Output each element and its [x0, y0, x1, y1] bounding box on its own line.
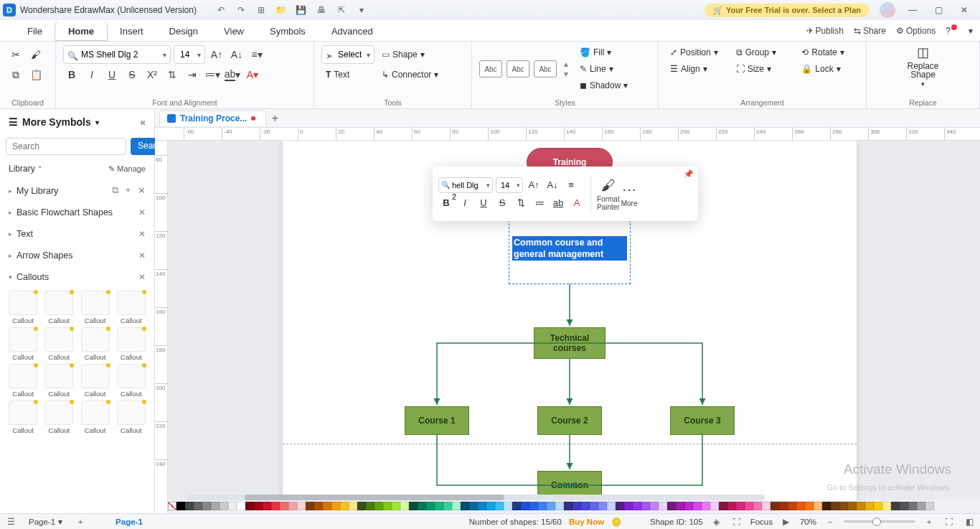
manage-library-button[interactable]: ✎ Manage: [108, 164, 146, 174]
color-swatch[interactable]: [461, 502, 469, 510]
shape-callout-13[interactable]: Callout: [42, 401, 76, 434]
page-selector[interactable]: Page-1 ▾: [24, 515, 67, 528]
shape-callout-3[interactable]: Callout: [114, 291, 149, 324]
color-swatch[interactable]: [237, 502, 245, 510]
color-swatch[interactable]: [796, 502, 805, 510]
style-gallery[interactable]: Abc Abc Abc: [479, 60, 557, 78]
panels-icon[interactable]: ◧: [963, 515, 976, 528]
zoom-in-icon[interactable]: +: [923, 515, 936, 528]
lib-basic-flowchart[interactable]: ▸Basic Flowchart Shapes✕: [0, 202, 154, 223]
close-icon[interactable]: ✕: [138, 185, 146, 196]
lib-text[interactable]: ▸Text✕: [0, 223, 154, 245]
color-swatch[interactable]: [495, 502, 504, 510]
color-swatch[interactable]: [512, 502, 521, 510]
color-swatch[interactable]: [409, 502, 418, 510]
format-painter-icon[interactable]: 🖌: [27, 46, 44, 63]
shape-callout-10[interactable]: Callout: [78, 364, 113, 398]
color-swatch[interactable]: [564, 502, 573, 510]
present-icon[interactable]: ▶: [780, 515, 793, 528]
undo-button[interactable]: ↶: [211, 1, 231, 19]
color-swatch[interactable]: [435, 502, 443, 510]
color-swatch[interactable]: [882, 502, 891, 510]
shape-callout-15[interactable]: Callout: [114, 401, 149, 434]
superscript-icon[interactable]: X²: [143, 66, 161, 83]
size-button[interactable]: ⛶ Size▾: [732, 61, 793, 77]
position-button[interactable]: ⤢ Position▾: [666, 45, 727, 60]
color-swatch[interactable]: [684, 502, 693, 510]
paste-icon[interactable]: 📋: [27, 66, 44, 83]
color-swatch[interactable]: [185, 502, 194, 510]
color-swatch[interactable]: [245, 502, 254, 510]
color-swatch[interactable]: [211, 502, 220, 510]
color-swatch[interactable]: [486, 502, 495, 510]
search-input[interactable]: [6, 138, 126, 155]
buy-now-link[interactable]: Buy Now: [569, 518, 604, 526]
color-swatch[interactable]: [857, 502, 865, 510]
close-icon[interactable]: ✕: [138, 251, 146, 261]
color-swatch[interactable]: [624, 502, 633, 510]
redo-button[interactable]: ↷: [231, 1, 251, 19]
fill-button[interactable]: 🪣 Fill ▾: [575, 45, 632, 60]
page-tab[interactable]: Page-1: [116, 518, 143, 526]
tab-advanced[interactable]: Advanced: [319, 22, 386, 41]
color-swatch[interactable]: [865, 502, 874, 510]
color-swatch[interactable]: [925, 502, 934, 510]
tab-view[interactable]: View: [211, 22, 257, 41]
color-swatch[interactable]: [736, 502, 745, 510]
color-swatch[interactable]: [607, 502, 616, 510]
lock-button[interactable]: 🔒 Lock▾: [797, 61, 859, 77]
ctx-italic-icon[interactable]: I: [457, 195, 473, 211]
minimize-button[interactable]: —: [900, 0, 925, 20]
ctx-increase-font-icon[interactable]: A↑: [526, 177, 542, 193]
add-icon[interactable]: +: [126, 185, 131, 196]
color-swatch[interactable]: [357, 502, 366, 510]
color-swatch[interactable]: [340, 502, 349, 510]
underline-icon[interactable]: U: [103, 66, 121, 83]
fit-page-icon[interactable]: ⛶: [943, 515, 956, 528]
color-swatch[interactable]: [900, 502, 908, 510]
color-swatch[interactable]: [426, 502, 435, 510]
new-button[interactable]: ⊞: [251, 1, 271, 19]
color-swatch[interactable]: [633, 502, 641, 510]
style-swatch[interactable]: Abc: [479, 60, 502, 78]
doc-tab-training[interactable]: Training Proce...: [159, 111, 266, 126]
trial-banner[interactable]: 🛒 Your Free Trial is over. Select a Plan: [705, 4, 870, 17]
color-swatch[interactable]: [676, 502, 684, 510]
tab-symbols[interactable]: Symbols: [257, 22, 319, 41]
shape-tool[interactable]: ▭ Shape ▾: [377, 47, 429, 62]
color-swatch[interactable]: [323, 502, 331, 510]
color-swatch[interactable]: [469, 502, 478, 510]
color-swatch[interactable]: [478, 502, 486, 510]
color-swatch[interactable]: [917, 502, 925, 510]
style-swatch[interactable]: Abc: [507, 60, 529, 78]
color-swatch[interactable]: [727, 502, 736, 510]
color-swatch[interactable]: [176, 502, 185, 510]
ctx-highlight-icon[interactable]: ab: [550, 195, 566, 211]
zoom-out-icon[interactable]: −: [824, 515, 837, 528]
color-swatch[interactable]: [271, 502, 280, 510]
pin-icon[interactable]: ⧉: [112, 185, 118, 196]
more-symbols-label[interactable]: More Symbols: [22, 116, 91, 128]
shape-callout-11[interactable]: Callout: [114, 364, 149, 398]
no-fill-swatch[interactable]: [168, 502, 176, 510]
color-swatch[interactable]: [702, 502, 710, 510]
pages-panel-icon[interactable]: ☰: [4, 515, 17, 528]
align-dd-icon[interactable]: ≡▾: [248, 46, 265, 63]
shape-callout-2[interactable]: Callout: [78, 291, 113, 324]
rotate-button[interactable]: ⟲ Rotate▾: [797, 45, 859, 60]
options-button[interactable]: ⚙ Options: [896, 26, 936, 36]
font-family-dropdown[interactable]: 🔍MS Shell Dlg 2: [63, 45, 171, 64]
color-swatch[interactable]: [349, 502, 357, 510]
share-button[interactable]: ⇆ Share: [854, 26, 886, 36]
color-swatch[interactable]: [555, 502, 564, 510]
close-button[interactable]: ✕: [951, 0, 977, 20]
shape-callout-0[interactable]: Callout: [6, 291, 40, 324]
ctx-size-dropdown[interactable]: 14: [496, 177, 523, 193]
ctx-format-painter[interactable]: 🖌Format Painter: [597, 177, 620, 211]
bullets-icon[interactable]: ≔▾: [204, 66, 221, 83]
color-swatch[interactable]: [745, 502, 753, 510]
increase-font-icon[interactable]: A↑: [208, 46, 225, 63]
user-avatar[interactable]: [880, 2, 895, 18]
focus-frame-icon[interactable]: ⛶: [730, 515, 743, 528]
text-tool[interactable]: T Text: [321, 67, 374, 83]
